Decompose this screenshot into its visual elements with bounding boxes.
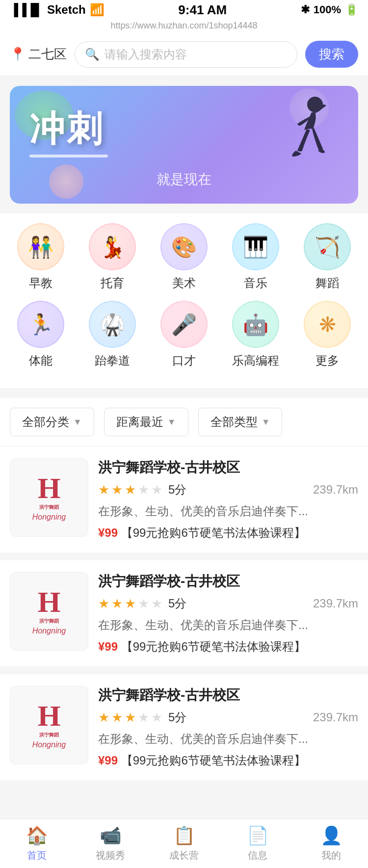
price-value-1: ¥99 bbox=[98, 526, 118, 539]
category-zaojiao[interactable]: 👫 早教 bbox=[11, 223, 70, 291]
nav-item-video[interactable]: 📹 视频秀 bbox=[79, 825, 142, 862]
category-meishu[interactable]: 🎨 美术 bbox=[155, 223, 213, 291]
school-distance-2: 239.7km bbox=[313, 597, 358, 610]
star-3-1: ★ bbox=[98, 710, 109, 725]
filter-distance-button[interactable]: 距离最近 ▼ bbox=[104, 408, 188, 436]
star-2-3: ★ bbox=[125, 596, 136, 611]
school-distance-1: 239.7km bbox=[313, 483, 358, 497]
category-icon-taekwondo: 🥋 bbox=[89, 301, 136, 348]
nav-label-mine: 我的 bbox=[321, 849, 341, 862]
status-time: 9:41 AM bbox=[178, 2, 227, 18]
star-3-2: ★ bbox=[111, 710, 123, 725]
school-desc-2: 在形象、生动、优美的音乐启迪伴奏下... bbox=[98, 616, 358, 634]
mine-icon: 👤 bbox=[320, 825, 342, 846]
school-logo-letter-1: H bbox=[38, 473, 61, 503]
category-label-wudao: 舞蹈 bbox=[315, 275, 339, 291]
school-price-3: ¥99 【99元抢购6节硬笔书法体验课程】 bbox=[98, 753, 358, 768]
school-price-1: ¥99 【99元抢购6节硬笔书法体验课程】 bbox=[98, 525, 358, 541]
status-bar: ▐▐▐▌ Sketch 📶 9:41 AM ✱ 100% 🔋 bbox=[0, 0, 368, 20]
banner[interactable]: 冲刺 就是现在 bbox=[10, 86, 358, 204]
school-logo-sub-3: Hongning bbox=[32, 740, 66, 749]
battery-icon: 🔋 bbox=[345, 3, 358, 16]
category-icon-tuoyu: 💃 bbox=[89, 223, 136, 270]
star-2-5: ★ bbox=[151, 596, 162, 611]
school-info-1: 洪宁舞蹈学校-古井校区 ★ ★ ★ ★ ★ 5分 239.7km 在形象、生动、… bbox=[98, 458, 358, 541]
school-logo-sub-2: Hongning bbox=[32, 627, 66, 635]
category-taekwondo[interactable]: 🥋 跆拳道 bbox=[83, 301, 142, 368]
runner-icon bbox=[280, 91, 334, 174]
category-tuoyu[interactable]: 💃 托育 bbox=[83, 223, 142, 291]
search-button[interactable]: 搜索 bbox=[305, 41, 358, 68]
star-2-4: ★ bbox=[138, 596, 149, 611]
nav-item-camp[interactable]: 📋 成长营 bbox=[152, 825, 216, 862]
school-logo-3: H 洪宁舞蹈 Hongning bbox=[10, 686, 88, 764]
school-stars-1: ★ ★ ★ ★ ★ bbox=[98, 482, 162, 498]
category-koucai[interactable]: 🎤 口才 bbox=[155, 301, 213, 368]
category-label-zaojiao: 早教 bbox=[29, 275, 53, 291]
school-rating-row-1: ★ ★ ★ ★ ★ 5分 239.7km bbox=[98, 482, 358, 498]
app-name: Sketch bbox=[47, 3, 86, 17]
search-box[interactable]: 🔍 请输入搜索内容 bbox=[75, 41, 297, 68]
nav-label-video: 视频秀 bbox=[96, 849, 125, 862]
school-info-2: 洪宁舞蹈学校-古井校区 ★ ★ ★ ★ ★ 5分 239.7km 在形象、生动、… bbox=[98, 572, 358, 655]
banner-subtitle: 就是现在 bbox=[157, 170, 211, 189]
star-2-2: ★ bbox=[111, 596, 123, 611]
category-icon-wudao: 🏹 bbox=[304, 223, 351, 270]
category-label-koucai: 口才 bbox=[172, 353, 196, 368]
school-rating-row-2: ★ ★ ★ ★ ★ 5分 239.7km bbox=[98, 596, 358, 611]
filter-category-label: 全部分类 bbox=[22, 414, 69, 430]
svg-point-0 bbox=[307, 97, 323, 112]
location-text: 二七区 bbox=[28, 46, 67, 63]
nav-label-info: 信息 bbox=[248, 849, 267, 862]
school-name-1: 洪宁舞蹈学校-古井校区 bbox=[98, 458, 358, 477]
price-promo-3: 【99元抢购6节硬笔书法体验课程】 bbox=[121, 754, 306, 767]
school-logo-letter-3: H bbox=[38, 701, 61, 731]
category-icon-lego: 🤖 bbox=[232, 301, 279, 348]
home-icon: 🏠 bbox=[26, 825, 48, 846]
search-header: 📍 二七区 🔍 请输入搜索内容 搜索 bbox=[0, 33, 368, 76]
nav-item-mine[interactable]: 👤 我的 bbox=[299, 825, 363, 862]
wifi-icon: 📶 bbox=[90, 3, 105, 17]
filter-distance-label: 距离最近 bbox=[116, 414, 163, 430]
school-distance-3: 239.7km bbox=[313, 710, 358, 724]
category-icon-koucai: 🎤 bbox=[160, 301, 208, 348]
location-button[interactable]: 📍 二七区 bbox=[10, 46, 67, 63]
category-section: 👫 早教 💃 托育 🎨 美术 🎹 音乐 🏹 舞蹈 bbox=[0, 213, 368, 388]
price-promo-2: 【99元抢购6节硬笔书法体验课程】 bbox=[121, 640, 306, 653]
star-3-4: ★ bbox=[138, 710, 149, 725]
school-logo-1: H 洪宁舞蹈 Hongning bbox=[10, 458, 88, 537]
category-wudao[interactable]: 🏹 舞蹈 bbox=[298, 223, 357, 291]
star-1-5: ★ bbox=[151, 482, 162, 498]
nav-label-camp: 成长营 bbox=[169, 849, 199, 862]
category-more[interactable]: ❋ 更多 bbox=[298, 301, 357, 368]
category-tineng[interactable]: 🏃 体能 bbox=[11, 301, 70, 368]
battery-label: 100% bbox=[314, 3, 341, 16]
school-name-2: 洪宁舞蹈学校-古井校区 bbox=[98, 572, 358, 591]
school-stars-2: ★ ★ ★ ★ ★ bbox=[98, 596, 162, 611]
category-icon-tineng: 🏃 bbox=[17, 301, 64, 348]
nav-item-info[interactable]: 📄 信息 bbox=[226, 825, 289, 862]
filter-category-button[interactable]: 全部分类 ▼ bbox=[10, 408, 94, 436]
signal-icon: ▐▐▐▌ bbox=[10, 3, 43, 17]
search-placeholder: 请输入搜索内容 bbox=[105, 47, 187, 62]
school-list: H 洪宁舞蹈 Hongning 洪宁舞蹈学校-古井校区 ★ ★ ★ ★ ★ 5分… bbox=[0, 447, 368, 780]
category-lego[interactable]: 🤖 乐高编程 bbox=[226, 301, 285, 368]
video-icon: 📹 bbox=[100, 825, 122, 846]
filter-type-button[interactable]: 全部类型 ▼ bbox=[198, 408, 283, 436]
school-price-2: ¥99 【99元抢购6节硬笔书法体验课程】 bbox=[98, 639, 358, 655]
school-card-2[interactable]: H 洪宁舞蹈 Hongning 洪宁舞蹈学校-古井校区 ★ ★ ★ ★ ★ 5分… bbox=[0, 560, 368, 666]
school-logo-2: H 洪宁舞蹈 Hongning bbox=[10, 572, 88, 651]
filter-distance-arrow: ▼ bbox=[167, 417, 176, 427]
school-card-1[interactable]: H 洪宁舞蹈 Hongning 洪宁舞蹈学校-古井校区 ★ ★ ★ ★ ★ 5分… bbox=[0, 447, 368, 552]
school-card-3[interactable]: H 洪宁舞蹈 Hongning 洪宁舞蹈学校-古井校区 ★ ★ ★ ★ ★ 5分… bbox=[0, 674, 368, 780]
category-label-yinyue: 音乐 bbox=[244, 275, 267, 291]
school-score-3: 5分 bbox=[168, 710, 186, 725]
school-name-3: 洪宁舞蹈学校-古井校区 bbox=[98, 686, 358, 705]
category-yinyue[interactable]: 🎹 音乐 bbox=[226, 223, 285, 291]
school-stars-3: ★ ★ ★ ★ ★ bbox=[98, 710, 162, 725]
nav-item-home[interactable]: 🏠 首页 bbox=[5, 825, 69, 862]
bluetooth-icon: ✱ bbox=[301, 3, 310, 16]
filter-type-arrow: ▼ bbox=[262, 417, 270, 427]
filter-row: 全部分类 ▼ 距离最近 ▼ 全部类型 ▼ bbox=[0, 398, 368, 447]
star-1-1: ★ bbox=[98, 482, 109, 498]
